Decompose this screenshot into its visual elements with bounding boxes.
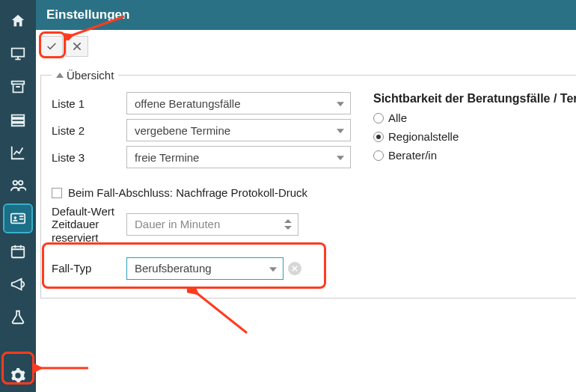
- nav-megaphone[interactable]: [4, 271, 31, 298]
- list3-label: Liste 3: [52, 151, 126, 164]
- falltyp-select[interactable]: Berufsberatung: [126, 257, 284, 280]
- check-icon: [46, 40, 58, 52]
- visibility-option-all[interactable]: Alle: [373, 111, 576, 124]
- radio-icon: [373, 132, 384, 142]
- visibility-heading: Sichtbarkeit der Beratungsfälle / Termin…: [373, 92, 576, 105]
- svg-point-1: [14, 216, 17, 219]
- overview-panel: Übersicht Liste 1 offene Beratungsfälle …: [40, 69, 576, 298]
- page-title: Einstellungen: [46, 7, 129, 22]
- radio-icon: [373, 150, 384, 161]
- nav-calendar[interactable]: [4, 238, 31, 265]
- default-duration-label: Default-Wert Zeitdauer reserviert: [52, 205, 126, 244]
- default-duration-input[interactable]: Dauer in Minuten: [126, 213, 298, 236]
- nav-monitor[interactable]: [4, 40, 31, 67]
- archive-icon: [10, 79, 26, 95]
- home-icon: [10, 13, 26, 29]
- page-header: Einstellungen: [36, 0, 576, 30]
- people-icon: [10, 177, 26, 194]
- chart-icon: [10, 144, 26, 161]
- falltyp-clear-button[interactable]: [288, 262, 301, 275]
- protokoll-checkbox-label: Beim Fall-Abschluss: Nachfrage Protokoll…: [68, 186, 307, 199]
- gear-icon: [10, 367, 26, 384]
- list2-select[interactable]: vergebene Termine: [126, 119, 351, 141]
- nav-flask[interactable]: [4, 304, 31, 331]
- nav-people[interactable]: [4, 172, 31, 199]
- radio-icon: [373, 113, 384, 123]
- checkbox-icon: [52, 188, 62, 198]
- confirm-button[interactable]: [40, 36, 63, 57]
- visibility-option-regional[interactable]: Regionalstelle: [373, 130, 576, 143]
- nav-chart[interactable]: [4, 139, 31, 166]
- close-icon: [292, 266, 298, 272]
- nav-idcard[interactable]: [4, 205, 31, 232]
- megaphone-icon: [10, 276, 26, 293]
- nav-inbox[interactable]: [4, 106, 31, 133]
- visibility-option-berater[interactable]: Berater/in: [373, 149, 576, 162]
- calendar-icon: [10, 243, 26, 260]
- list1-label: Liste 1: [52, 97, 126, 110]
- close-icon: [71, 40, 83, 52]
- flask-icon: [10, 309, 26, 325]
- protokoll-checkbox-row[interactable]: Beim Fall-Abschluss: Nachfrage Protokoll…: [52, 186, 576, 199]
- panel-legend[interactable]: Übersicht: [52, 69, 118, 82]
- inbox-icon: [10, 111, 26, 128]
- nav-settings[interactable]: [4, 362, 31, 389]
- list2-label: Liste 2: [52, 124, 126, 137]
- monitor-icon: [10, 46, 26, 62]
- list1-select[interactable]: offene Beratungsfälle: [126, 92, 351, 114]
- nav-home[interactable]: [4, 7, 31, 34]
- list3-select[interactable]: freie Termine: [126, 146, 351, 168]
- cancel-button[interactable]: [66, 36, 88, 57]
- collapse-icon: [56, 73, 64, 78]
- falltyp-label: Fall-Typ: [52, 262, 126, 275]
- nav-archive[interactable]: [4, 73, 31, 100]
- idcard-icon: [10, 210, 26, 227]
- svg-rect-2: [12, 247, 25, 258]
